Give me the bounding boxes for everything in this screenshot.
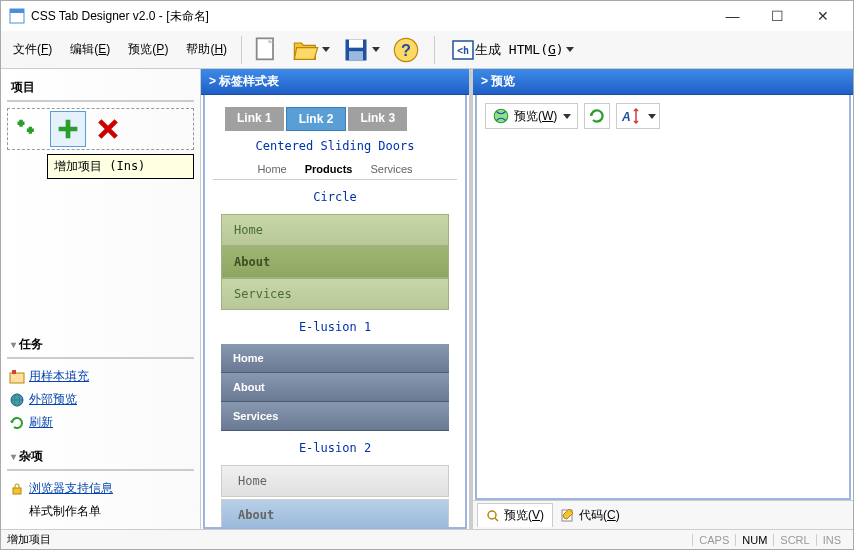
tasks-header[interactable]: 任务 bbox=[7, 332, 194, 359]
html-icon: <h bbox=[451, 38, 475, 62]
item-toolbar bbox=[7, 108, 194, 150]
refresh-icon bbox=[9, 415, 25, 431]
misc-credits[interactable]: 样式制作名单 bbox=[7, 500, 194, 523]
globe-icon bbox=[492, 107, 510, 125]
circle-item-about[interactable]: About bbox=[221, 246, 449, 278]
preview-label: 预览(W) bbox=[514, 108, 557, 125]
add-item-button[interactable] bbox=[50, 111, 86, 147]
save-button[interactable] bbox=[338, 34, 384, 66]
task-external-preview[interactable]: 外部预览 bbox=[7, 388, 194, 411]
csd-tab-home[interactable]: Home bbox=[257, 163, 286, 175]
center-panel: > 标签样式表 Link 1 Link 2 Link 3 Centered Sl… bbox=[201, 69, 473, 529]
task-refresh[interactable]: 刷新 bbox=[7, 411, 194, 434]
chevron-down-icon bbox=[563, 114, 571, 119]
task-fill-sample[interactable]: 用样本填充 bbox=[7, 365, 194, 388]
tab-code[interactable]: 代码(C) bbox=[553, 503, 628, 527]
left-panel: 项目 增加项目 (Ins) 任务 用样本填充 外部预览 刷新 杂项 浏览器支持信… bbox=[1, 69, 201, 529]
tab-preview-label: 预览(V) bbox=[504, 507, 544, 524]
chevron-down-icon bbox=[372, 47, 380, 52]
svg-rect-1 bbox=[10, 9, 24, 13]
link-tab-1[interactable]: Link 1 bbox=[225, 107, 284, 131]
elusion1-item-home[interactable]: Home bbox=[221, 344, 449, 373]
menu-preview[interactable]: 预览(P) bbox=[120, 37, 176, 62]
menu-file[interactable]: 文件(F) bbox=[5, 37, 60, 62]
font-size-button[interactable]: A bbox=[616, 103, 660, 129]
circle-item-services[interactable]: Services bbox=[221, 278, 449, 310]
window-title: CSS Tab Designer v2.0 - [未命名] bbox=[31, 8, 710, 25]
style-name-elusion1: E-lusion 1 bbox=[213, 320, 457, 334]
svg-text:A: A bbox=[621, 110, 631, 124]
open-file-button[interactable] bbox=[288, 34, 334, 66]
preview-dropdown[interactable]: 预览(W) bbox=[485, 103, 578, 129]
elusion2-item-about[interactable]: About bbox=[221, 499, 449, 529]
misc-header[interactable]: 杂项 bbox=[7, 444, 194, 471]
menu-help[interactable]: 帮助(H) bbox=[178, 37, 235, 62]
status-num: NUM bbox=[735, 534, 773, 546]
status-ins: INS bbox=[816, 534, 847, 546]
svg-rect-4 bbox=[349, 39, 363, 47]
link-tab-3[interactable]: Link 3 bbox=[348, 107, 407, 131]
style-name-elusion2: E-lusion 2 bbox=[213, 441, 457, 455]
window-titlebar: CSS Tab Designer v2.0 - [未命名] — ☐ ✕ bbox=[1, 1, 853, 31]
svg-rect-15 bbox=[13, 488, 21, 494]
fill-icon bbox=[9, 369, 25, 385]
menu-edit[interactable]: 编辑(E) bbox=[62, 37, 118, 62]
svg-point-18 bbox=[488, 511, 496, 519]
misc-browser-support[interactable]: 浏览器支持信息 bbox=[7, 477, 194, 500]
search-icon bbox=[486, 509, 500, 523]
generate-html-label: 生成 HTML(G) bbox=[475, 41, 564, 59]
tab-preview[interactable]: 预览(V) bbox=[477, 503, 553, 527]
csd-tab-services[interactable]: Services bbox=[370, 163, 412, 175]
close-button[interactable]: ✕ bbox=[800, 2, 845, 30]
chevron-down-icon bbox=[648, 114, 656, 119]
status-scrl: SCRL bbox=[773, 534, 815, 546]
svg-text:<h: <h bbox=[457, 45, 469, 56]
status-text: 增加项目 bbox=[7, 532, 692, 547]
style-name-circle: Circle bbox=[213, 190, 457, 204]
generate-html-button[interactable]: <h 生成 HTML(G) bbox=[445, 38, 580, 62]
right-panel: > 预览 预览(W) A 预览(V) 代码(C) bbox=[473, 69, 853, 529]
elusion1-item-services[interactable]: Services bbox=[221, 402, 449, 431]
svg-text:?: ? bbox=[401, 40, 411, 58]
preview-panel-title: > 预览 bbox=[473, 69, 853, 95]
maximize-button[interactable]: ☐ bbox=[755, 2, 800, 30]
help-button[interactable]: ? bbox=[388, 34, 424, 66]
refresh-button[interactable] bbox=[584, 103, 610, 129]
svg-point-16 bbox=[494, 109, 508, 123]
chevron-down-icon bbox=[566, 47, 574, 52]
chevron-down-icon bbox=[322, 47, 330, 52]
menubar-toolbar: 文件(F) 编辑(E) 预览(P) 帮助(H) ? <h 生成 HTML(G) bbox=[1, 31, 853, 69]
font-icon: A bbox=[620, 107, 642, 125]
app-icon bbox=[9, 8, 25, 24]
circle-item-home[interactable]: Home bbox=[221, 214, 449, 246]
tooltip: 增加项目 (Ins) bbox=[47, 154, 194, 179]
styles-panel-title: > 标签样式表 bbox=[201, 69, 469, 95]
status-bar: 增加项目 CAPS NUM SCRL INS bbox=[1, 529, 853, 549]
lock-icon bbox=[9, 481, 25, 497]
edit-icon bbox=[561, 508, 575, 522]
refresh-icon bbox=[588, 107, 606, 125]
svg-line-19 bbox=[495, 518, 498, 521]
svg-rect-10 bbox=[10, 373, 24, 383]
style-name-csd: Centered Sliding Doors bbox=[213, 139, 457, 153]
link-tabs: Link 1 Link 2 Link 3 bbox=[225, 107, 457, 131]
svg-rect-5 bbox=[349, 51, 363, 60]
svg-rect-11 bbox=[12, 370, 16, 374]
delete-item-button[interactable] bbox=[90, 111, 126, 147]
csd-tab-products[interactable]: Products bbox=[305, 163, 353, 175]
minimize-button[interactable]: — bbox=[710, 2, 755, 30]
globe-icon bbox=[9, 392, 25, 408]
add-multiple-button[interactable] bbox=[10, 111, 46, 147]
status-caps: CAPS bbox=[692, 534, 735, 546]
elusion1-item-about[interactable]: About bbox=[221, 373, 449, 402]
elusion2-item-home[interactable]: Home bbox=[221, 465, 449, 497]
tab-code-label: 代码(C) bbox=[579, 507, 620, 524]
items-header: 项目 bbox=[7, 75, 194, 102]
new-file-button[interactable] bbox=[248, 34, 284, 66]
link-tab-2[interactable]: Link 2 bbox=[286, 107, 347, 131]
